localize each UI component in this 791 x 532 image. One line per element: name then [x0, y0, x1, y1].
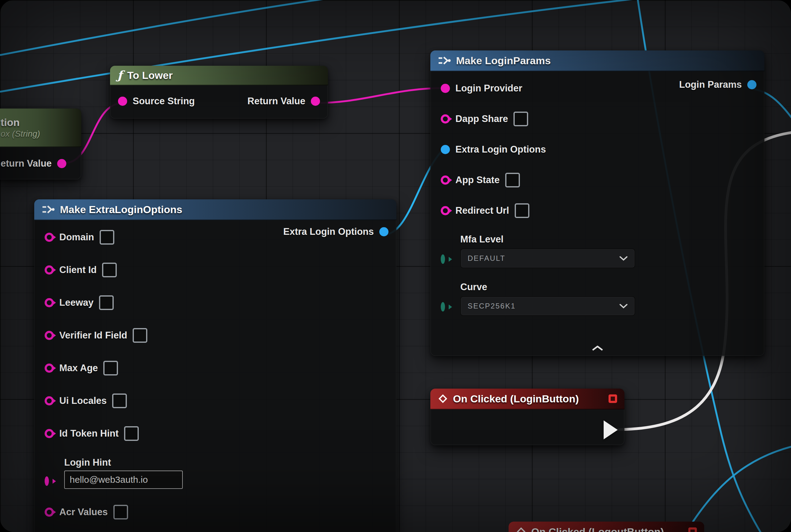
app-state-checkbox[interactable]: [505, 173, 520, 187]
curve-label: Curve: [460, 282, 765, 292]
mfa-level-label: Mfa Level: [460, 234, 765, 245]
on-clicked-login-title: On Clicked (LoginButton): [453, 393, 579, 405]
mfa-level-block: Mfa Level DEFAULT: [430, 234, 765, 268]
pin-row-id-token-hint: Id Token Hint: [34, 417, 397, 450]
login-provider-label: Login Provider: [456, 83, 522, 94]
blueprint-graph-canvas[interactable]: tion ox (String) eturn Value ƒ To Lower …: [0, 0, 791, 532]
make-struct-icon: [438, 56, 451, 65]
to-lower-output-pin[interactable]: [311, 97, 320, 106]
to-lower-input-label: Source String: [133, 96, 195, 107]
domain-pin[interactable]: [45, 233, 54, 242]
node-make-extra-login-options[interactable]: Make ExtraLoginOptions Extra Login Optio…: [34, 200, 397, 532]
node-on-clicked-login-button[interactable]: On Clicked (LoginButton): [430, 388, 624, 445]
client-id-pin[interactable]: [45, 265, 54, 274]
chevron-down-icon: [619, 304, 628, 308]
id-token-hint-checkbox[interactable]: [124, 426, 139, 441]
pin-row-client-id: Client Id: [34, 253, 397, 286]
redirect-url-label: Redirect Url: [456, 205, 509, 216]
make-login-params-title: Make LoginParams: [456, 55, 551, 66]
pin-row-leeway: Leeway: [34, 286, 397, 319]
extra-login-options-input-pin[interactable]: [441, 145, 450, 154]
verifier-id-field-pin[interactable]: [45, 331, 54, 340]
on-clicked-logout-title: On Clicked (LogoutButton): [531, 526, 664, 532]
node-on-clicked-logout-button[interactable]: On Clicked (LogoutButton): [508, 521, 704, 532]
domain-label: Domain: [59, 232, 94, 243]
app-state-label: App State: [456, 175, 500, 186]
left-stub-output-pin[interactable]: [57, 159, 66, 168]
exec-output-pin[interactable]: [604, 420, 618, 439]
leeway-label: Leeway: [59, 297, 94, 308]
to-lower-header: ƒ To Lower: [110, 66, 328, 85]
curve-pin[interactable]: [441, 302, 445, 311]
domain-checkbox[interactable]: [100, 230, 114, 245]
delegate-pin-icon[interactable]: [609, 394, 617, 403]
make-extra-login-options-title: Make ExtraLoginOptions: [60, 204, 182, 215]
pin-row-app-state: App State: [430, 165, 765, 195]
login-params-output-label: Login Params: [679, 79, 742, 90]
dapp-share-label: Dapp Share: [456, 113, 508, 125]
leeway-pin[interactable]: [45, 298, 54, 307]
make-struct-icon: [42, 205, 55, 214]
mfa-level-pin[interactable]: [441, 254, 445, 264]
event-diamond-icon: [516, 527, 526, 532]
node-left-stub[interactable]: tion ox (String) eturn Value: [0, 109, 81, 179]
login-params-output-pin[interactable]: [747, 80, 756, 89]
mfa-level-value: DEFAULT: [468, 254, 505, 263]
to-lower-output-label: Return Value: [248, 96, 306, 107]
login-hint-input[interactable]: [64, 471, 183, 489]
max-age-pin[interactable]: [45, 363, 54, 373]
left-stub-output-label: eturn Value: [1, 158, 52, 169]
curve-value: SECP256K1: [468, 302, 516, 310]
id-token-hint-pin[interactable]: [45, 429, 54, 438]
event-diamond-icon: [438, 394, 448, 404]
pin-row-dapp-share: Dapp Share: [430, 103, 765, 134]
redirect-url-pin[interactable]: [441, 206, 450, 215]
left-stub-title: tion: [1, 116, 20, 128]
login-hint-block: Login Hint: [34, 457, 397, 489]
max-age-checkbox[interactable]: [103, 361, 118, 376]
extra-login-options-output: Extra Login Options: [283, 226, 388, 237]
redirect-url-checkbox[interactable]: [515, 203, 529, 218]
function-icon: ƒ: [117, 70, 122, 81]
wire-data-cyan-2[interactable]: [0, 0, 342, 55]
on-clicked-login-header: On Clicked (LoginButton): [430, 388, 624, 410]
left-stub-header: tion ox (String): [0, 109, 81, 147]
pin-row-ui-locales: Ui Locales: [34, 384, 397, 417]
make-extra-login-options-header: Make ExtraLoginOptions: [34, 200, 397, 220]
collapse-node-button[interactable]: [592, 345, 604, 353]
wire-string-2[interactable]: [309, 88, 444, 103]
extra-login-options-label: Extra Login Options: [456, 144, 546, 155]
pin-row-acr-values: Acr Values: [34, 496, 397, 528]
max-age-label: Max Age: [59, 363, 98, 374]
to-lower-input-pin[interactable]: [118, 97, 127, 106]
mfa-level-dropdown[interactable]: DEFAULT: [460, 249, 635, 268]
to-lower-title: To Lower: [127, 70, 173, 81]
login-params-output: Login Params: [679, 79, 756, 90]
node-make-login-params[interactable]: Make LoginParams Login Params Login Prov…: [430, 51, 765, 356]
app-state-pin[interactable]: [441, 175, 450, 185]
pin-row-verifier-id-field: Verifier Id Field: [34, 319, 397, 352]
id-token-hint-label: Id Token Hint: [59, 428, 119, 439]
leeway-checkbox[interactable]: [99, 296, 114, 310]
client-id-label: Client Id: [59, 264, 97, 276]
ui-locales-checkbox[interactable]: [112, 394, 127, 408]
verifier-id-field-checkbox[interactable]: [133, 328, 147, 343]
dapp-share-pin[interactable]: [441, 114, 450, 124]
make-login-params-header: Make LoginParams: [430, 51, 765, 71]
extra-login-options-output-pin[interactable]: [379, 227, 388, 236]
dapp-share-checkbox[interactable]: [514, 112, 528, 126]
node-to-lower[interactable]: ƒ To Lower Source String Return Value: [110, 66, 328, 119]
on-clicked-logout-header: On Clicked (LogoutButton): [508, 521, 704, 532]
ui-locales-pin[interactable]: [45, 396, 54, 405]
login-provider-pin[interactable]: [441, 84, 450, 93]
pin-row-extra-login-options: Extra Login Options: [430, 134, 765, 165]
login-hint-pin[interactable]: [45, 476, 49, 486]
acr-values-checkbox[interactable]: [113, 505, 128, 519]
login-hint-label: Login Hint: [64, 457, 397, 468]
acr-values-label: Acr Values: [59, 507, 108, 518]
client-id-checkbox[interactable]: [102, 263, 117, 277]
acr-values-pin[interactable]: [45, 508, 54, 517]
wire-data-cyan-4[interactable]: [684, 446, 791, 532]
delegate-pin-icon[interactable]: [688, 527, 697, 532]
curve-dropdown[interactable]: SECP256K1: [460, 296, 635, 316]
